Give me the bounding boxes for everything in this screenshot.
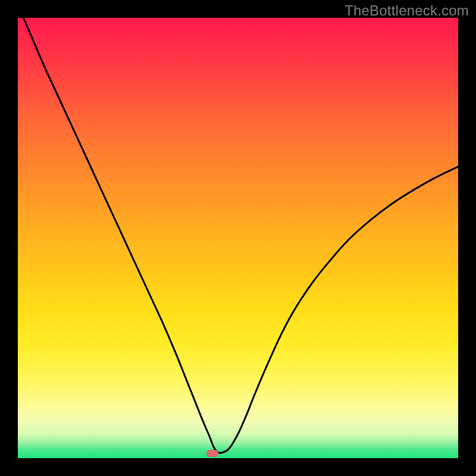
bottleneck-curve (18, 18, 458, 453)
curve-svg (18, 18, 458, 458)
plot-area (18, 18, 458, 458)
chart-frame: TheBottleneck.com (0, 0, 476, 476)
watermark-text: TheBottleneck.com (345, 2, 469, 19)
optimal-marker (206, 450, 218, 457)
